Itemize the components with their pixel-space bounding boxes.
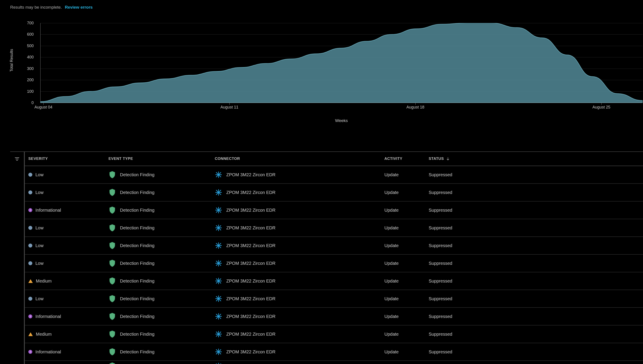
y-tick-label: 500: [27, 44, 34, 48]
column-header-severity[interactable]: SEVERITY: [25, 156, 105, 161]
table-row[interactable]: i Informational Detection Finding ZPOM 3…: [25, 308, 643, 326]
snowflake-icon: [215, 331, 222, 338]
connector-label: ZPOM 3M22 Zircon EDR: [226, 278, 276, 284]
connector-label: ZPOM 3M22 Zircon EDR: [226, 190, 276, 195]
snowflake-icon: [215, 224, 222, 231]
table-row[interactable]: Low Detection Finding ZPOM 3M22 Zircon E…: [25, 184, 643, 202]
y-tick-label: 300: [27, 66, 34, 71]
column-header-status[interactable]: STATUS: [425, 156, 470, 161]
snowflake-icon: [215, 242, 222, 249]
connector-label: ZPOM 3M22 Zircon EDR: [226, 350, 276, 354]
status-label: Suppressed: [429, 226, 452, 230]
connector-label: ZPOM 3M22 Zircon EDR: [226, 261, 276, 266]
chart-plot-area[interactable]: [40, 23, 642, 103]
svg-point-13: [218, 192, 219, 193]
event-type-label: Detection Finding: [120, 278, 154, 284]
severity-label: Medium: [36, 278, 52, 284]
connector-label: ZPOM 3M22 Zircon EDR: [226, 208, 276, 213]
snowflake-icon: [215, 313, 222, 320]
activity-label: Update: [384, 208, 399, 212]
event-type-label: Detection Finding: [120, 190, 154, 195]
status-label: Suppressed: [429, 261, 452, 266]
x-axis-line: [40, 103, 642, 103]
activity-label: Update: [384, 172, 399, 177]
svg-point-38: [218, 280, 219, 282]
status-label: Suppressed: [429, 350, 452, 354]
svg-point-58: [218, 351, 219, 352]
shield-icon: [109, 362, 116, 364]
severity-low-icon: [28, 261, 32, 265]
results-chart: Total Results 0100200300400500600700 Aug…: [9, 23, 643, 134]
table-header-row: SEVERITY EVENT TYPE CONNECTOR ACTIVITY S…: [25, 152, 643, 166]
activity-label: Update: [384, 350, 399, 354]
results-table: SEVERITY EVENT TYPE CONNECTOR ACTIVITY S…: [10, 152, 643, 364]
event-type-label: Detection Finding: [120, 350, 154, 354]
x-tick-mark: [601, 103, 602, 105]
svg-point-8: [218, 174, 219, 175]
shield-icon: [109, 260, 116, 267]
y-tick-label: 100: [27, 89, 34, 94]
connector-label: ZPOM 3M22 Zircon EDR: [226, 226, 276, 230]
severity-label: Informational: [36, 314, 61, 319]
x-tick-label: August 18: [406, 105, 424, 110]
severity-low-icon: [28, 226, 32, 230]
x-tick-label: August 04: [34, 105, 52, 110]
table-row[interactable]: Medium Detection Finding ZPOM 3M22 Zirco…: [25, 326, 643, 343]
y-tick-label: 700: [27, 21, 34, 26]
connector-label: ZPOM 3M22 Zircon EDR: [226, 243, 276, 248]
severity-low-icon: [28, 297, 32, 301]
event-type-label: Detection Finding: [120, 296, 154, 301]
event-type-label: Detection Finding: [120, 261, 154, 266]
shield-icon: [109, 330, 116, 338]
table-row[interactable]: Medium Detection Finding ZPOM 3M22 Zirco…: [25, 272, 643, 290]
event-type-label: Detection Finding: [120, 332, 154, 337]
table-row[interactable]: Low Detection Finding ZPOM 3M22 Zircon E…: [25, 361, 643, 364]
banner-text: Results may be incomplete.: [10, 5, 62, 10]
review-errors-link[interactable]: Review errors: [65, 5, 93, 10]
table-row[interactable]: Low Detection Finding ZPOM 3M22 Zircon E…: [25, 237, 643, 254]
snowflake-icon: [215, 260, 222, 266]
event-type-label: Detection Finding: [120, 243, 154, 248]
shield-icon: [109, 224, 116, 232]
severity-medium-icon: [28, 332, 33, 336]
severity-label: Medium: [36, 332, 52, 337]
snowflake-icon: [215, 295, 222, 302]
status-label: Suppressed: [429, 172, 452, 177]
table-row[interactable]: Low Detection Finding ZPOM 3M22 Zircon E…: [25, 219, 643, 237]
table-row[interactable]: i Informational Detection Finding ZPOM 3…: [25, 202, 643, 219]
connector-label: ZPOM 3M22 Zircon EDR: [226, 332, 276, 337]
severity-low-icon: [28, 244, 32, 248]
snowflake-icon: [215, 207, 222, 214]
snowflake-icon: [215, 363, 222, 364]
svg-point-48: [218, 316, 219, 317]
table-row[interactable]: Low Detection Finding ZPOM 3M22 Zircon E…: [25, 290, 643, 308]
severity-label: Low: [36, 296, 44, 301]
status-label: Suppressed: [429, 332, 452, 336]
shield-icon: [109, 171, 116, 178]
column-header-activity[interactable]: ACTIVITY: [381, 156, 425, 161]
severity-label: Informational: [36, 208, 61, 213]
event-type-label: Detection Finding: [120, 314, 154, 319]
shield-icon: [109, 206, 116, 214]
filter-button[interactable]: [10, 152, 24, 166]
table-row[interactable]: Low Detection Finding ZPOM 3M22 Zircon E…: [25, 254, 643, 272]
snowflake-icon: [215, 348, 222, 355]
svg-point-33: [218, 262, 219, 264]
shield-icon: [109, 348, 116, 356]
y-axis-label: Total Results: [9, 49, 14, 72]
activity-label: Update: [384, 243, 399, 248]
column-header-connector[interactable]: CONNECTOR: [211, 156, 381, 161]
table-row[interactable]: i Informational Detection Finding ZPOM 3…: [25, 343, 643, 361]
severity-label: Low: [36, 226, 44, 230]
severity-label: Informational: [36, 350, 61, 354]
snowflake-icon: [215, 189, 222, 196]
activity-label: Update: [384, 278, 399, 284]
snowflake-icon: [215, 171, 222, 178]
activity-label: Update: [384, 226, 399, 230]
column-header-status-label: STATUS: [429, 156, 444, 161]
table-row[interactable]: Low Detection Finding ZPOM 3M22 Zircon E…: [25, 166, 643, 184]
event-type-label: Detection Finding: [120, 172, 154, 177]
shield-icon: [109, 242, 116, 249]
activity-label: Update: [384, 296, 399, 301]
column-header-event-type[interactable]: EVENT TYPE: [105, 156, 211, 161]
